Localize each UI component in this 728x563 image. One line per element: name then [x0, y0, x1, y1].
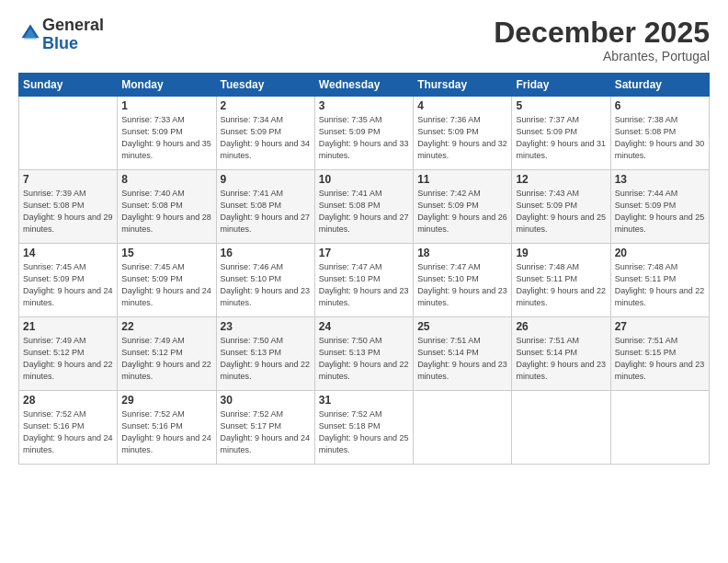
calendar-cell-w2-d5: 19Sunrise: 7:48 AMSunset: 5:11 PMDayligh…	[512, 244, 610, 317]
day-number: 4	[417, 99, 507, 112]
month-title: December 2025	[494, 17, 710, 49]
day-number: 21	[23, 320, 113, 333]
calendar-cell-w0-d2: 2Sunrise: 7:34 AMSunset: 5:09 PMDaylight…	[216, 97, 314, 170]
calendar-cell-w1-d0: 7Sunrise: 7:39 AMSunset: 5:08 PMDaylight…	[19, 170, 118, 244]
day-info: Sunrise: 7:46 AMSunset: 5:10 PMDaylight:…	[221, 261, 311, 309]
calendar-cell-w3-d4: 25Sunrise: 7:51 AMSunset: 5:14 PMDayligh…	[414, 317, 512, 391]
calendar-cell-w4-d6	[610, 391, 709, 465]
day-number: 11	[417, 173, 507, 186]
day-info: Sunrise: 7:40 AMSunset: 5:08 PMDaylight:…	[121, 188, 211, 236]
calendar-cell-w3-d5: 26Sunrise: 7:51 AMSunset: 5:14 PMDayligh…	[512, 317, 610, 391]
day-number: 18	[417, 247, 507, 259]
day-info: Sunrise: 7:38 AMSunset: 5:08 PMDaylight:…	[615, 114, 705, 162]
day-info: Sunrise: 7:45 AMSunset: 5:09 PMDaylight:…	[121, 261, 211, 309]
week-row-2: 14Sunrise: 7:45 AMSunset: 5:09 PMDayligh…	[19, 244, 710, 317]
calendar-cell-w2-d2: 16Sunrise: 7:46 AMSunset: 5:10 PMDayligh…	[216, 244, 314, 317]
day-number: 12	[516, 173, 606, 186]
calendar-cell-w1-d3: 10Sunrise: 7:41 AMSunset: 5:08 PMDayligh…	[314, 170, 413, 244]
logo-blue-text: Blue	[42, 34, 78, 52]
day-number: 8	[121, 173, 211, 186]
day-info: Sunrise: 7:49 AMSunset: 5:12 PMDaylight:…	[23, 335, 113, 383]
day-info: Sunrise: 7:51 AMSunset: 5:14 PMDaylight:…	[516, 335, 606, 383]
calendar-cell-w0-d1: 1Sunrise: 7:33 AMSunset: 5:09 PMDaylight…	[118, 97, 216, 170]
day-info: Sunrise: 7:42 AMSunset: 5:09 PMDaylight:…	[417, 188, 507, 236]
day-info: Sunrise: 7:47 AMSunset: 5:10 PMDaylight:…	[417, 261, 507, 309]
logo-general-text: General	[42, 16, 104, 34]
calendar-cell-w1-d1: 8Sunrise: 7:40 AMSunset: 5:08 PMDaylight…	[118, 170, 216, 244]
day-number: 2	[221, 99, 311, 112]
day-info: Sunrise: 7:39 AMSunset: 5:08 PMDaylight:…	[23, 188, 113, 236]
header-monday: Monday	[118, 74, 216, 97]
calendar-cell-w3-d6: 27Sunrise: 7:51 AMSunset: 5:15 PMDayligh…	[610, 317, 709, 391]
day-info: Sunrise: 7:45 AMSunset: 5:09 PMDaylight:…	[23, 261, 113, 309]
header-saturday: Saturday	[610, 74, 709, 97]
header-sunday: Sunday	[19, 74, 118, 97]
calendar-cell-w4-d4	[414, 391, 512, 465]
day-number: 13	[615, 173, 705, 186]
day-number: 23	[221, 320, 311, 333]
header: General Blue December 2025 Abrantes, Por…	[18, 17, 710, 63]
day-number: 5	[516, 99, 606, 112]
logo: General Blue	[18, 17, 104, 53]
day-number: 15	[121, 247, 211, 259]
day-number: 7	[23, 173, 113, 186]
day-info: Sunrise: 7:48 AMSunset: 5:11 PMDaylight:…	[516, 261, 606, 309]
day-number: 10	[319, 173, 409, 186]
calendar-cell-w3-d3: 24Sunrise: 7:50 AMSunset: 5:13 PMDayligh…	[314, 317, 413, 391]
day-info: Sunrise: 7:52 AMSunset: 5:18 PMDaylight:…	[319, 408, 409, 456]
day-number: 20	[615, 247, 705, 259]
calendar-cell-w2-d3: 17Sunrise: 7:47 AMSunset: 5:10 PMDayligh…	[314, 244, 413, 317]
day-info: Sunrise: 7:51 AMSunset: 5:14 PMDaylight:…	[417, 335, 507, 383]
day-number: 14	[23, 247, 113, 259]
day-number: 31	[319, 394, 409, 407]
week-row-1: 7Sunrise: 7:39 AMSunset: 5:08 PMDaylight…	[19, 170, 710, 244]
calendar-cell-w0-d4: 4Sunrise: 7:36 AMSunset: 5:09 PMDaylight…	[414, 97, 512, 170]
day-number: 17	[319, 247, 409, 259]
calendar-cell-w4-d0: 28Sunrise: 7:52 AMSunset: 5:16 PMDayligh…	[19, 391, 118, 465]
day-info: Sunrise: 7:44 AMSunset: 5:09 PMDaylight:…	[615, 188, 705, 236]
calendar-cell-w2-d6: 20Sunrise: 7:48 AMSunset: 5:11 PMDayligh…	[610, 244, 709, 317]
day-info: Sunrise: 7:41 AMSunset: 5:08 PMDaylight:…	[319, 188, 409, 236]
day-info: Sunrise: 7:34 AMSunset: 5:09 PMDaylight:…	[221, 114, 311, 162]
calendar-cell-w4-d3: 31Sunrise: 7:52 AMSunset: 5:18 PMDayligh…	[314, 391, 413, 465]
calendar-cell-w2-d1: 15Sunrise: 7:45 AMSunset: 5:09 PMDayligh…	[118, 244, 216, 317]
calendar-table: Sunday Monday Tuesday Wednesday Thursday…	[18, 73, 710, 465]
day-number: 9	[221, 173, 311, 186]
calendar-cell-w3-d0: 21Sunrise: 7:49 AMSunset: 5:12 PMDayligh…	[19, 317, 118, 391]
day-number: 28	[23, 394, 113, 407]
day-info: Sunrise: 7:48 AMSunset: 5:11 PMDaylight:…	[615, 261, 705, 309]
day-number: 16	[221, 247, 311, 259]
calendar-cell-w0-d6: 6Sunrise: 7:38 AMSunset: 5:08 PMDaylight…	[610, 97, 709, 170]
day-info: Sunrise: 7:49 AMSunset: 5:12 PMDaylight:…	[121, 335, 211, 383]
day-info: Sunrise: 7:52 AMSunset: 5:16 PMDaylight:…	[23, 408, 113, 456]
day-number: 22	[121, 320, 211, 333]
calendar-cell-w4-d5	[512, 391, 610, 465]
header-wednesday: Wednesday	[314, 74, 413, 97]
day-number: 26	[516, 320, 606, 333]
day-info: Sunrise: 7:52 AMSunset: 5:16 PMDaylight:…	[121, 408, 211, 456]
day-info: Sunrise: 7:33 AMSunset: 5:09 PMDaylight:…	[121, 114, 211, 162]
day-info: Sunrise: 7:37 AMSunset: 5:09 PMDaylight:…	[516, 114, 606, 162]
day-number: 24	[319, 320, 409, 333]
calendar-cell-w3-d2: 23Sunrise: 7:50 AMSunset: 5:13 PMDayligh…	[216, 317, 314, 391]
calendar-cell-w4-d2: 30Sunrise: 7:52 AMSunset: 5:17 PMDayligh…	[216, 391, 314, 465]
calendar-cell-w4-d1: 29Sunrise: 7:52 AMSunset: 5:16 PMDayligh…	[118, 391, 216, 465]
location: Abrantes, Portugal	[494, 49, 710, 63]
week-row-4: 28Sunrise: 7:52 AMSunset: 5:16 PMDayligh…	[19, 391, 710, 465]
calendar-cell-w3-d1: 22Sunrise: 7:49 AMSunset: 5:12 PMDayligh…	[118, 317, 216, 391]
day-number: 3	[319, 99, 409, 112]
day-number: 29	[121, 394, 211, 407]
day-info: Sunrise: 7:35 AMSunset: 5:09 PMDaylight:…	[319, 114, 409, 162]
calendar-cell-w2-d0: 14Sunrise: 7:45 AMSunset: 5:09 PMDayligh…	[19, 244, 118, 317]
day-number: 6	[615, 99, 705, 112]
calendar-cell-w0-d0	[19, 97, 118, 170]
day-info: Sunrise: 7:50 AMSunset: 5:13 PMDaylight:…	[319, 335, 409, 383]
page: General Blue December 2025 Abrantes, Por…	[0, 0, 728, 563]
week-row-3: 21Sunrise: 7:49 AMSunset: 5:12 PMDayligh…	[19, 317, 710, 391]
day-info: Sunrise: 7:47 AMSunset: 5:10 PMDaylight:…	[319, 261, 409, 309]
day-number: 1	[121, 99, 211, 112]
day-info: Sunrise: 7:52 AMSunset: 5:17 PMDaylight:…	[221, 408, 311, 456]
day-number: 19	[516, 247, 606, 259]
calendar-cell-w0-d5: 5Sunrise: 7:37 AMSunset: 5:09 PMDaylight…	[512, 97, 610, 170]
calendar-cell-w1-d4: 11Sunrise: 7:42 AMSunset: 5:09 PMDayligh…	[414, 170, 512, 244]
